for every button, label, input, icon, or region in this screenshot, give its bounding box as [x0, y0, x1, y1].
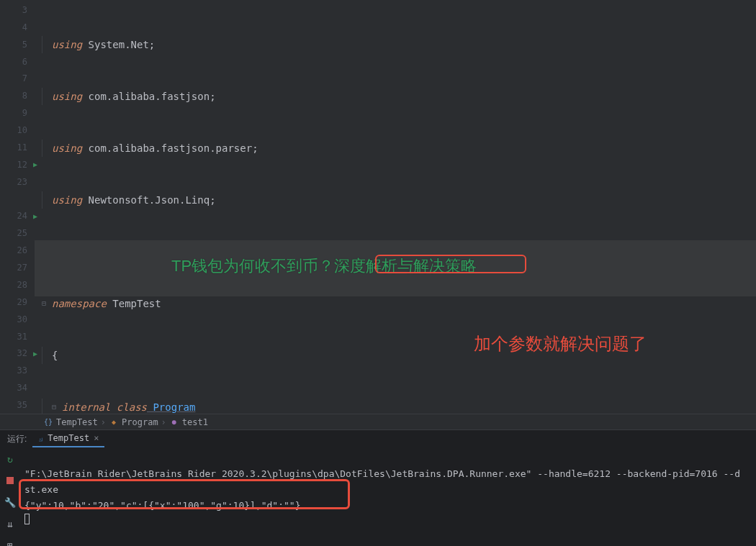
line-number: 12	[17, 160, 27, 170]
line-number: 33	[17, 365, 27, 376]
line-number: 4	[22, 22, 27, 32]
annotation-text: 加个参数就解决问题了	[474, 335, 647, 352]
run-panel-label: 运行:	[1, 433, 32, 445]
namespace-icon: {}	[43, 417, 53, 427]
run-toolbar: ↻ 🔧 ⇊ ⊞ 📌	[0, 447, 20, 546]
line-number: 25	[17, 228, 27, 238]
line-number: 5	[22, 40, 27, 50]
settings-button[interactable]: 🔧	[3, 495, 17, 509]
line-number: 9	[22, 108, 27, 118]
method-icon: ●	[169, 417, 179, 427]
line-number: 7	[22, 73, 27, 83]
dotnet-icon: ⟓	[38, 433, 43, 443]
console-output[interactable]: "F:\JetBrain Rider\JetBrains Rider 2020.…	[20, 447, 756, 546]
keyword: using	[52, 88, 82, 105]
dump-button[interactable]: ⇊	[3, 517, 17, 531]
line-number: 29	[17, 297, 27, 307]
line-number: 34	[17, 383, 27, 393]
keyword: internal class	[62, 399, 147, 414]
console-line: "F:\JetBrain Rider\JetBrains Rider 2020.…	[24, 468, 740, 479]
chevron-right-icon: ›	[161, 417, 166, 427]
line-number: 27	[17, 263, 27, 273]
brace: {	[52, 347, 58, 364]
class-icon: ◆	[109, 417, 119, 427]
line-number: 24	[17, 211, 27, 221]
code-text: Newtonsoft.Json.Linq;	[82, 191, 215, 209]
keyword: using	[52, 191, 82, 209]
line-number: 31	[17, 332, 27, 342]
keyword: using	[52, 140, 82, 157]
line-number: 6	[22, 57, 27, 67]
run-panel: 运行: ⟓ TempTest × ↻ 🔧 ⇊ ⊞ 📌 "F:\JetBrain …	[0, 429, 756, 546]
chevron-right-icon: ›	[101, 417, 106, 427]
breadcrumb-item[interactable]: Program	[122, 417, 158, 427]
console-line: {"y":10,"b":"20","c":[{"x":"100","g":10}…	[24, 500, 301, 511]
code-text: System.Net;	[82, 36, 155, 53]
line-number: 26	[17, 245, 27, 255]
layout-button[interactable]: ⊞	[3, 538, 17, 546]
stop-icon	[6, 477, 14, 484]
breadcrumb-item[interactable]: test1	[182, 417, 208, 427]
stop-button[interactable]	[3, 473, 17, 488]
line-number: 32	[17, 348, 27, 358]
line-number: 8	[22, 91, 27, 101]
cursor-icon	[24, 514, 30, 524]
code-area[interactable]: using System.Net; using com.alibaba.fast…	[35, 0, 756, 414]
run-tab[interactable]: ⟓ TempTest ×	[32, 430, 104, 447]
run-tab-label: TempTest	[48, 433, 89, 443]
line-number: 23	[17, 177, 27, 187]
line-number: 28	[17, 280, 27, 290]
line-number: 30	[17, 314, 27, 324]
class-name: Program	[147, 399, 195, 414]
keyword: namespace	[52, 295, 107, 312]
code-text: com.alibaba.fastjson;	[82, 88, 215, 105]
breadcrumb-item[interactable]: TempTest	[56, 417, 98, 427]
breadcrumb-bar: {} TempTest › ◆ Program › ● test1	[0, 414, 756, 429]
rerun-button[interactable]: ↻	[3, 452, 17, 466]
line-number: 3	[22, 5, 27, 15]
line-number: 11	[17, 142, 27, 153]
run-tab-bar: 运行: ⟓ TempTest ×	[0, 430, 756, 447]
gutter: 3 4 5 6 7 8 9 10 11 12▶ 23 24▶ 25 26 27 …	[0, 0, 35, 414]
keyword: using	[52, 36, 82, 53]
code-text: TempTest	[107, 295, 161, 312]
line-number: 10	[17, 125, 27, 135]
line-number: 35	[17, 400, 27, 410]
code-editor: 3 4 5 6 7 8 9 10 11 12▶ 23 24▶ 25 26 27 …	[0, 0, 756, 414]
close-icon[interactable]: ×	[94, 433, 99, 443]
code-text: com.alibaba.fastjson.parser;	[82, 140, 258, 157]
console-line: st.exe	[24, 484, 58, 495]
